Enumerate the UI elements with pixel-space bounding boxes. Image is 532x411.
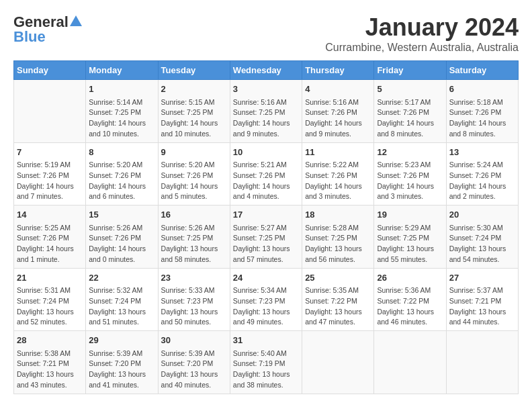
day-number: 20 — [449, 208, 515, 222]
calendar-cell — [374, 331, 446, 394]
day-header-monday: Monday — [86, 61, 158, 80]
day-number: 10 — [233, 146, 299, 159]
week-row-2: 7Sunrise: 5:19 AM Sunset: 7:26 PM Daylig… — [14, 142, 519, 205]
calendar-cell: 12Sunrise: 5:23 AM Sunset: 7:26 PM Dayli… — [374, 142, 446, 205]
calendar-cell: 11Sunrise: 5:22 AM Sunset: 7:26 PM Dayli… — [302, 142, 374, 205]
day-number: 27 — [449, 271, 515, 285]
calendar-cell: 29Sunrise: 5:39 AM Sunset: 7:20 PM Dayli… — [86, 331, 158, 394]
location: Currambine, Western Australia, Australia — [325, 42, 519, 54]
calendar-cell: 17Sunrise: 5:27 AM Sunset: 7:25 PM Dayli… — [230, 205, 302, 269]
title-block: January 2024 Currambine, Western Austral… — [325, 13, 519, 54]
calendar-cell: 8Sunrise: 5:20 AM Sunset: 7:26 PM Daylig… — [86, 142, 158, 205]
cell-content: Sunrise: 5:18 AM Sunset: 7:26 PM Dayligh… — [449, 97, 515, 140]
day-number: 29 — [89, 334, 154, 347]
logo-blue: Blue — [13, 28, 46, 46]
cell-content: Sunrise: 5:22 AM Sunset: 7:26 PM Dayligh… — [305, 160, 371, 202]
cell-content: Sunrise: 5:34 AM Sunset: 7:23 PM Dayligh… — [233, 285, 299, 328]
cell-content: Sunrise: 5:37 AM Sunset: 7:21 PM Dayligh… — [449, 285, 515, 328]
day-header-sunday: Sunday — [14, 61, 86, 80]
svg-marker-0 — [70, 15, 82, 26]
calendar-cell: 30Sunrise: 5:39 AM Sunset: 7:20 PM Dayli… — [158, 331, 230, 394]
day-number: 12 — [377, 146, 443, 159]
day-number: 17 — [233, 208, 299, 222]
day-number: 18 — [305, 208, 371, 222]
day-header-thursday: Thursday — [302, 61, 374, 80]
calendar-cell: 15Sunrise: 5:26 AM Sunset: 7:26 PM Dayli… — [86, 205, 158, 269]
cell-content: Sunrise: 5:40 AM Sunset: 7:19 PM Dayligh… — [233, 349, 299, 391]
day-header-saturday: Saturday — [446, 61, 518, 80]
day-number: 5 — [377, 83, 443, 96]
calendar-cell: 13Sunrise: 5:24 AM Sunset: 7:26 PM Dayli… — [446, 142, 518, 205]
calendar-cell: 20Sunrise: 5:30 AM Sunset: 7:24 PM Dayli… — [446, 205, 518, 269]
day-number: 23 — [161, 271, 227, 285]
cell-content: Sunrise: 5:24 AM Sunset: 7:26 PM Dayligh… — [449, 160, 515, 202]
calendar-cell: 14Sunrise: 5:25 AM Sunset: 7:26 PM Dayli… — [14, 205, 86, 269]
calendar-cell: 7Sunrise: 5:19 AM Sunset: 7:26 PM Daylig… — [14, 142, 86, 205]
day-number: 31 — [233, 334, 299, 347]
cell-content: Sunrise: 5:29 AM Sunset: 7:25 PM Dayligh… — [377, 223, 443, 265]
calendar-cell — [302, 331, 374, 394]
day-number: 26 — [377, 271, 443, 285]
calendar-cell: 2Sunrise: 5:15 AM Sunset: 7:25 PM Daylig… — [158, 80, 230, 143]
day-number: 25 — [305, 271, 371, 285]
cell-content: Sunrise: 5:27 AM Sunset: 7:25 PM Dayligh… — [233, 223, 299, 265]
day-number: 1 — [89, 83, 154, 96]
calendar-cell: 26Sunrise: 5:36 AM Sunset: 7:22 PM Dayli… — [374, 268, 446, 331]
calendar-cell: 27Sunrise: 5:37 AM Sunset: 7:21 PM Dayli… — [446, 268, 518, 331]
cell-content: Sunrise: 5:15 AM Sunset: 7:25 PM Dayligh… — [161, 97, 227, 140]
cell-content: Sunrise: 5:39 AM Sunset: 7:20 PM Dayligh… — [89, 349, 154, 391]
cell-content: Sunrise: 5:25 AM Sunset: 7:26 PM Dayligh… — [17, 223, 83, 265]
calendar-cell: 6Sunrise: 5:18 AM Sunset: 7:26 PM Daylig… — [446, 80, 518, 143]
day-number: 19 — [377, 208, 443, 222]
day-number: 15 — [89, 208, 154, 222]
day-number: 16 — [161, 208, 227, 222]
calendar-cell: 3Sunrise: 5:16 AM Sunset: 7:25 PM Daylig… — [230, 80, 302, 143]
cell-content: Sunrise: 5:35 AM Sunset: 7:22 PM Dayligh… — [305, 285, 371, 328]
calendar-cell: 31Sunrise: 5:40 AM Sunset: 7:19 PM Dayli… — [230, 331, 302, 394]
cell-content: Sunrise: 5:31 AM Sunset: 7:24 PM Dayligh… — [17, 285, 83, 328]
day-header-wednesday: Wednesday — [230, 61, 302, 80]
cell-content: Sunrise: 5:17 AM Sunset: 7:26 PM Dayligh… — [377, 97, 443, 140]
week-row-1: 1Sunrise: 5:14 AM Sunset: 7:25 PM Daylig… — [14, 80, 519, 143]
day-number: 7 — [17, 146, 83, 159]
calendar-cell: 4Sunrise: 5:16 AM Sunset: 7:26 PM Daylig… — [302, 80, 374, 143]
calendar-table: SundayMondayTuesdayWednesdayThursdayFrid… — [13, 60, 519, 394]
calendar-cell: 18Sunrise: 5:28 AM Sunset: 7:25 PM Dayli… — [302, 205, 374, 269]
cell-content: Sunrise: 5:39 AM Sunset: 7:20 PM Dayligh… — [161, 349, 227, 391]
days-header-row: SundayMondayTuesdayWednesdayThursdayFrid… — [14, 61, 519, 80]
day-number: 6 — [449, 83, 515, 96]
logo-triangle — [70, 15, 82, 29]
day-number: 4 — [305, 83, 371, 96]
day-number: 14 — [17, 208, 83, 222]
cell-content: Sunrise: 5:16 AM Sunset: 7:25 PM Dayligh… — [233, 97, 299, 140]
calendar-cell — [446, 331, 518, 394]
day-header-friday: Friday — [374, 61, 446, 80]
calendar-cell: 9Sunrise: 5:20 AM Sunset: 7:26 PM Daylig… — [158, 142, 230, 205]
calendar-cell: 25Sunrise: 5:35 AM Sunset: 7:22 PM Dayli… — [302, 268, 374, 331]
calendar-cell: 23Sunrise: 5:33 AM Sunset: 7:23 PM Dayli… — [158, 268, 230, 331]
day-number: 3 — [233, 83, 299, 96]
calendar-cell: 5Sunrise: 5:17 AM Sunset: 7:26 PM Daylig… — [374, 80, 446, 143]
calendar-cell: 19Sunrise: 5:29 AM Sunset: 7:25 PM Dayli… — [374, 205, 446, 269]
week-row-5: 28Sunrise: 5:38 AM Sunset: 7:21 PM Dayli… — [14, 331, 519, 394]
cell-content: Sunrise: 5:32 AM Sunset: 7:24 PM Dayligh… — [89, 285, 154, 328]
day-number: 13 — [449, 146, 515, 159]
day-header-tuesday: Tuesday — [158, 61, 230, 80]
calendar-cell — [14, 80, 86, 143]
cell-content: Sunrise: 5:38 AM Sunset: 7:21 PM Dayligh… — [17, 349, 83, 391]
day-number: 11 — [305, 146, 371, 159]
calendar-cell: 21Sunrise: 5:31 AM Sunset: 7:24 PM Dayli… — [14, 268, 86, 331]
week-row-4: 21Sunrise: 5:31 AM Sunset: 7:24 PM Dayli… — [14, 268, 519, 331]
day-number: 22 — [89, 271, 154, 285]
cell-content: Sunrise: 5:19 AM Sunset: 7:26 PM Dayligh… — [17, 160, 83, 202]
logo: General Blue — [13, 13, 82, 46]
day-number: 2 — [161, 83, 227, 96]
day-number: 21 — [17, 271, 83, 285]
cell-content: Sunrise: 5:33 AM Sunset: 7:23 PM Dayligh… — [161, 285, 227, 328]
cell-content: Sunrise: 5:23 AM Sunset: 7:26 PM Dayligh… — [377, 160, 443, 202]
cell-content: Sunrise: 5:14 AM Sunset: 7:25 PM Dayligh… — [89, 97, 154, 140]
cell-content: Sunrise: 5:36 AM Sunset: 7:22 PM Dayligh… — [377, 285, 443, 328]
day-number: 9 — [161, 146, 227, 159]
month-title: January 2024 — [325, 13, 519, 42]
cell-content: Sunrise: 5:26 AM Sunset: 7:25 PM Dayligh… — [161, 223, 227, 265]
